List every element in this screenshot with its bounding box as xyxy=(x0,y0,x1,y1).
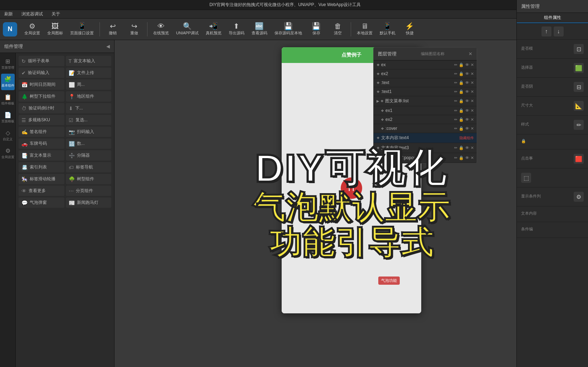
real-preview-button[interactable]: 📲 真机预览 xyxy=(203,21,224,37)
comp-tag-nav[interactable]: 🏷 标签导航 xyxy=(66,162,112,172)
sidebar-item-global-settings[interactable]: ⚙ 全局设置 xyxy=(1,145,15,162)
comp-dropdown[interactable]: ⬇ 下... xyxy=(66,103,112,113)
menu-item-about[interactable]: 关于 xyxy=(50,10,62,18)
move-up-button[interactable]: ↑ xyxy=(541,26,551,36)
layer-eye-icon-2[interactable]: 👁 xyxy=(465,72,469,76)
comp-pagination[interactable]: ⋯ 分页组件 xyxy=(66,186,112,196)
layer-item-ex[interactable]: ❖ ex ✏ 🔒 👁 ✕ xyxy=(374,60,477,69)
comp-captcha-countdown[interactable]: ⏱ 验证码倒计时 xyxy=(19,103,64,113)
comp-signature[interactable]: ✍ 签名组件 xyxy=(19,127,64,137)
comp-marquee[interactable]: 📰 新闻跑马灯 xyxy=(66,197,112,208)
layer-delete-icon-3[interactable]: ✕ xyxy=(471,80,474,85)
layer-item-ex2-child[interactable]: ❖ ex2 ✏ 🔒 👁 ✕ xyxy=(374,115,477,124)
layer-delete-icon-10[interactable]: ✕ xyxy=(471,146,474,150)
comp-sku[interactable]: ☰ 多规格SKU xyxy=(19,115,64,125)
redo-button[interactable]: ↪ 重做 xyxy=(124,21,144,37)
layer-edit-icon-11[interactable]: ✏ xyxy=(454,156,457,160)
layer-lock-icon-1[interactable]: 🔒 xyxy=(459,63,464,67)
layer-edit-icon-8[interactable]: ✏ xyxy=(454,126,457,131)
layer-eye-icon-11[interactable]: 👁 xyxy=(465,156,469,160)
layer-delete-icon-7[interactable]: ✕ xyxy=(471,117,474,122)
clear-button[interactable]: 🗑 清空 xyxy=(328,21,348,37)
layer-lock-icon-8[interactable]: 🔒 xyxy=(459,126,464,131)
layer-lock-icon-10[interactable]: 🔒 xyxy=(459,146,464,150)
layer-delete-icon-8[interactable]: ✕ xyxy=(471,126,474,131)
layer-edit-icon-1[interactable]: ✏ xyxy=(454,63,457,67)
save-local-button[interactable]: 💾 保存源码至本地 xyxy=(272,21,305,37)
prop-style-btn[interactable]: ✏ xyxy=(574,120,584,130)
comp-number[interactable]: 🔢 数... xyxy=(66,138,112,149)
global-icons-button[interactable]: 🖼 全局图标 xyxy=(44,21,66,37)
comp-region[interactable]: 📍 地区组件 xyxy=(66,91,112,102)
sidebar-item-page-templates[interactable]: 📄 页面模板 xyxy=(1,109,15,126)
layer-delete-icon-11[interactable]: ✕ xyxy=(471,156,474,160)
comp-popover[interactable]: 💬 气泡弹窗 xyxy=(19,197,64,208)
sidebar-item-component-templates[interactable]: 📋 组件模板 xyxy=(1,92,15,108)
layer-item-imgmenu-list[interactable]: ▶ ❖ 图文菜单:list ✏ 🔒 👁 ✕ xyxy=(374,96,477,106)
layer-item-text1[interactable]: ❖ :text1 ✏ 🔒 👁 ✕ xyxy=(374,87,477,96)
layer-edit-icon-2[interactable]: ✏ xyxy=(454,72,457,76)
layer-lock-icon-6[interactable]: 🔒 xyxy=(459,108,464,113)
layer-item-ex1[interactable]: ❖ ex1 ✏ 🔒 👁 ✕ xyxy=(374,106,477,115)
prop-selector-btn[interactable]: 🟩 xyxy=(574,63,584,73)
layer-item-cover[interactable]: ❖ :cover ✏ 🔒 👁 ✕ xyxy=(374,124,477,133)
layer-eye-icon-4[interactable]: 👁 xyxy=(465,89,469,94)
move-down-button[interactable]: ↓ xyxy=(554,26,564,36)
comp-file-upload[interactable]: 📝 文件上传 xyxy=(66,68,112,78)
layer-delete-icon-5[interactable]: ✕ xyxy=(471,99,474,103)
quick-button[interactable]: ⚡ 快捷 xyxy=(400,21,420,37)
comp-loop-subform[interactable]: ↻ 循环子表单 xyxy=(19,56,64,66)
page-interface-button[interactable]: 📱 页面接口设置 xyxy=(67,21,97,37)
prop-size-btn[interactable]: 📐 xyxy=(574,101,584,111)
layer-lock-icon-5[interactable]: 🔒 xyxy=(459,99,464,103)
sidebar-item-basic-components[interactable]: 🧩 基本组件 xyxy=(1,74,15,90)
export-code-button[interactable]: ⬆ 导出源码 xyxy=(226,21,247,37)
comp-qrcode-input[interactable]: 📷 扫码输入 xyxy=(66,127,112,137)
layer-eye-icon-5[interactable]: 👁 xyxy=(465,99,469,103)
menu-item-refresh[interactable]: 刷新 xyxy=(3,10,14,18)
comp-rich-text-display[interactable]: 📑 富文本显示 xyxy=(19,150,64,161)
layer-eye-icon-10[interactable]: 👁 xyxy=(465,146,469,150)
comp-week[interactable]: ⬜ 周... xyxy=(66,79,112,90)
view-code-button[interactable]: 🔤 查看源码 xyxy=(249,21,270,37)
layer-delete-icon-2[interactable]: ✕ xyxy=(471,72,474,76)
prop-click-btn[interactable]: 🟥 xyxy=(574,154,584,164)
layer-edit-icon-3[interactable]: ✏ xyxy=(454,80,457,85)
uniapp-debug-button[interactable]: 🔍 UNIAPP调试 xyxy=(173,21,201,37)
default-phone-button[interactable]: 📱 默认手机 xyxy=(377,21,398,37)
layer-eye-icon-3[interactable]: 👁 xyxy=(465,80,469,85)
layer-item-text3[interactable]: ❖ 文本内容:text3 ✏ 🔒 👁 ✕ xyxy=(374,143,477,153)
layer-edit-icon-7[interactable]: ✏ xyxy=(454,117,457,122)
layer-item-popover1[interactable]: ▼ ❖ 气泡弹窗:popover1 ✏ 🔒 👁 ✕ xyxy=(374,153,477,163)
layer-edit-icon-6[interactable]: ✏ xyxy=(454,108,457,113)
prop-condition-btn[interactable]: ⚙ xyxy=(574,192,584,202)
comp-tree-dropdown[interactable]: 🌲 树型下拉组件 xyxy=(19,91,64,102)
layer-eye-icon-7[interactable]: 👁 xyxy=(465,117,469,122)
undo-button[interactable]: ↩ 撤销 xyxy=(103,21,123,37)
layer-edit-icon-5[interactable]: ✏ xyxy=(454,99,457,103)
layer-lock-icon-7[interactable]: 🔒 xyxy=(459,117,464,122)
comp-checkbox[interactable]: ☑ 复选... xyxy=(66,115,112,125)
layer-panel-close-button[interactable]: ✕ xyxy=(468,51,472,57)
comp-license-plate[interactable]: 🚗 车牌号码 xyxy=(19,138,64,149)
layer-item-ex2[interactable]: ❖ ex2 ✏ 🔒 👁 ✕ xyxy=(374,69,477,78)
layer-lock-icon-4[interactable]: 🔒 xyxy=(459,89,464,94)
online-preview-button[interactable]: 👁 在线预览 xyxy=(150,21,172,37)
comp-divider[interactable]: ➗ 分隔器 xyxy=(66,150,112,161)
menu-item-debug[interactable]: 浏览器调试 xyxy=(20,10,44,18)
prop-layers-btn[interactable]: ⬚ xyxy=(521,173,531,183)
sidebar-item-custom[interactable]: ◇ 自定义 xyxy=(1,127,15,144)
comp-date-range[interactable]: 📅 时间日历期间 xyxy=(19,79,64,90)
global-settings-button[interactable]: ⚙ 全局设置 xyxy=(21,21,43,37)
tab-component-props[interactable]: 组件属性 xyxy=(517,13,588,23)
prop-template-toggle[interactable]: ⊡ xyxy=(574,44,584,54)
comp-rich-text-input[interactable]: T 富文本输入 xyxy=(66,56,112,66)
layer-item-text4[interactable]: ❖ 文本内容:text4 隐藏组件 xyxy=(374,133,477,143)
prop-shadow-btn[interactable]: ⊟ xyxy=(574,82,584,92)
save-button[interactable]: 💾 保存 xyxy=(306,21,326,37)
layer-item-text[interactable]: ❖ :text ✏ 🔒 👁 ✕ xyxy=(374,78,477,87)
comp-tree-component[interactable]: 🌳 树型组件 xyxy=(66,174,112,184)
layer-lock-icon-11[interactable]: 🔒 xyxy=(459,156,464,160)
layer-edit-icon-4[interactable]: ✏ xyxy=(454,89,457,94)
layer-lock-icon-2[interactable]: 🔒 xyxy=(459,72,464,76)
